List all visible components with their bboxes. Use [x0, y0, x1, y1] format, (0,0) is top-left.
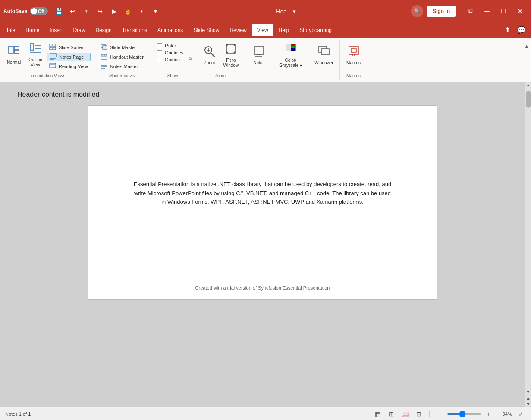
menu-transitions[interactable]: Transitions — [117, 24, 152, 37]
fit-to-window-button[interactable]: Fit toWindow — [220, 41, 241, 69]
slide-container[interactable]: Essential Presentation is a native .NET … — [88, 105, 437, 300]
restore-window-icon[interactable]: ⧉ — [463, 3, 478, 19]
notes-page-button[interactable]: Notes Page — [47, 53, 91, 61]
autosave-section: AutoSave Off — [3, 7, 48, 15]
slide-sorter-icon — [49, 44, 56, 52]
share-icon[interactable]: ⬆ — [501, 24, 514, 36]
color-grayscale-button[interactable]: Color/Grayscale ▾ — [276, 41, 305, 69]
slide-sorter-button[interactable]: Slide Sorter — [47, 43, 91, 52]
scroll-down-arrow[interactable]: ▼ — [525, 389, 531, 395]
presenter-view-status-button[interactable]: ⊟ — [414, 409, 424, 419]
menu-help[interactable]: Help — [273, 24, 295, 37]
reading-view-button[interactable]: Reading View — [47, 62, 91, 71]
zoom-label: Zoom — [204, 60, 215, 66]
svg-rect-21 — [101, 54, 104, 56]
slide-master-button[interactable]: Slide Master — [98, 43, 146, 52]
slide-footer: Created with a trial version of Syncfusi… — [97, 281, 428, 291]
zoom-icon — [203, 45, 216, 60]
color-grayscale-content: Color/Grayscale ▾ — [276, 41, 305, 78]
svg-rect-30 — [226, 44, 235, 53]
close-button[interactable]: ✕ — [512, 3, 528, 19]
ruler-checkbox-box[interactable] — [157, 43, 162, 48]
gridlines-label: Gridlines — [165, 50, 183, 55]
minimize-button[interactable]: ─ — [479, 3, 495, 19]
menu-home[interactable]: Home — [20, 24, 44, 37]
zoom-range-input[interactable] — [447, 413, 481, 415]
zoom-button[interactable]: Zoom — [199, 41, 220, 69]
slide-content-area[interactable]: Essential Presentation is a native .NET … — [97, 114, 428, 272]
window-group-content: Window ▾ — [312, 41, 336, 78]
show-launch-button[interactable]: ⧉ — [189, 56, 192, 61]
window-button[interactable]: Window ▾ — [312, 41, 336, 69]
maximize-button[interactable]: □ — [496, 3, 511, 19]
menu-design[interactable]: Design — [90, 24, 116, 37]
menu-slideshow[interactable]: Slide Show — [188, 24, 224, 37]
slide-sorter-status-button[interactable]: ⊞ — [386, 409, 396, 419]
notes-button[interactable]: Notes — [248, 41, 269, 69]
autosave-label: AutoSave — [3, 8, 27, 14]
present-icon[interactable]: ▶ — [108, 6, 119, 17]
menu-insert[interactable]: Insert — [44, 24, 68, 37]
prev-page-arrow[interactable]: ▲ — [525, 395, 531, 401]
touch-dropdown-icon[interactable]: ▾ — [136, 6, 147, 17]
master-views-label: Master Views — [109, 72, 135, 78]
svg-rect-40 — [291, 44, 295, 46]
comment-icon[interactable]: 💬 — [514, 24, 529, 36]
menu-view[interactable]: View — [252, 24, 273, 37]
normal-view-button[interactable]: Normal — [3, 41, 24, 69]
redo-icon[interactable]: ↪ — [94, 6, 106, 17]
scrollbar-thumb[interactable] — [526, 91, 531, 108]
menu-file[interactable]: File — [2, 24, 20, 37]
reading-view-status-button[interactable]: 📖 — [400, 409, 410, 419]
svg-rect-15 — [50, 63, 56, 68]
next-page-arrow[interactable]: ▼ — [525, 401, 531, 407]
menu-animations[interactable]: Animations — [152, 24, 188, 37]
svg-rect-10 — [50, 47, 52, 50]
svg-rect-1 — [14, 46, 19, 49]
guides-checkbox-box[interactable] — [157, 57, 162, 62]
svg-marker-33 — [226, 51, 229, 53]
master-view-buttons: Slide Master Handout Master — [98, 41, 146, 71]
svg-rect-41 — [291, 46, 295, 48]
outline-view-button[interactable]: OutlineView — [25, 41, 46, 69]
save-icon[interactable]: 💾 — [53, 6, 64, 17]
undo-icon[interactable]: ↩ — [67, 6, 78, 17]
svg-rect-39 — [286, 44, 291, 51]
zoom-plus-button[interactable]: + — [483, 409, 493, 419]
filename-dropdown-icon[interactable]: ▾ — [293, 8, 296, 15]
window-label: Window ▾ — [314, 60, 333, 66]
gridlines-checkbox-box[interactable] — [157, 50, 162, 55]
notes-master-button[interactable]: Notes Master — [98, 62, 146, 71]
search-button[interactable]: 🔍 — [411, 5, 423, 17]
zoom-minus-button[interactable]: − — [435, 409, 445, 419]
color-grayscale-icon — [284, 42, 297, 57]
window-icon — [317, 45, 330, 60]
menu-review[interactable]: Review — [224, 24, 251, 37]
normal-view-status-button[interactable]: ▦ — [372, 409, 383, 419]
scroll-up-arrow[interactable]: ▲ — [525, 82, 531, 88]
window-controls: ⧉ ─ □ ✕ — [463, 3, 528, 19]
gridlines-checkbox[interactable]: Gridlines — [157, 50, 183, 55]
sign-in-button[interactable]: Sign in — [427, 6, 456, 17]
ribbon-collapse-button[interactable]: ▲ — [522, 40, 531, 51]
svg-line-27 — [211, 53, 214, 57]
touch-icon[interactable]: ☝ — [122, 6, 133, 17]
main-area: Header content is modified Essential Pre… — [0, 82, 531, 407]
autosave-toggle[interactable]: Off — [30, 7, 48, 15]
filename-area: Hea... ▾ — [164, 8, 408, 15]
slide-master-icon — [101, 44, 107, 52]
more-icon[interactable]: ▾ — [150, 6, 161, 17]
svg-rect-19 — [103, 46, 107, 49]
handout-master-button[interactable]: Handout Master — [98, 53, 146, 61]
notes-page-header: Header content is modified — [17, 91, 99, 98]
fit-to-window-status-button[interactable]: ⤢ — [515, 409, 526, 419]
slide-master-label: Slide Master — [110, 45, 136, 50]
ruler-checkbox[interactable]: Ruler — [157, 43, 183, 48]
master-views-content: Slide Master Handout Master — [98, 41, 146, 71]
menu-storyboarding[interactable]: Storyboarding — [294, 24, 337, 37]
vertical-scrollbar[interactable]: ▲ ▼ ▲ ▼ — [525, 82, 531, 407]
guides-checkbox[interactable]: Guides — [157, 57, 183, 62]
undo-dropdown-icon[interactable]: ▾ — [81, 6, 92, 17]
menu-draw[interactable]: Draw — [68, 24, 90, 37]
macros-button[interactable]: Macros — [343, 41, 364, 69]
